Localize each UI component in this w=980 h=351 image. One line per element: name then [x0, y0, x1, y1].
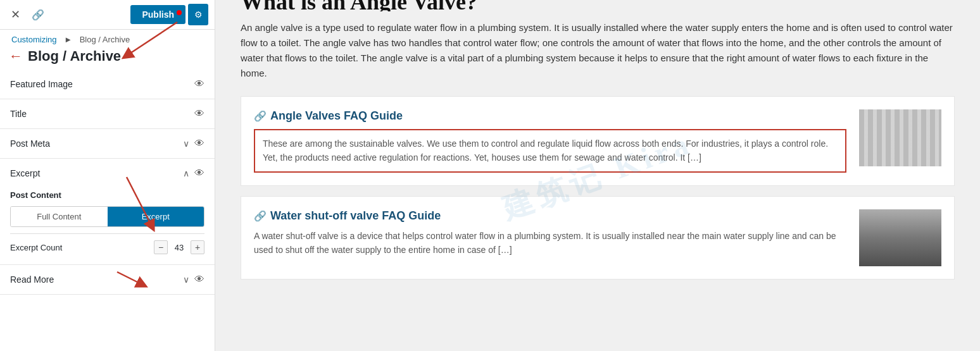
decrement-button[interactable]: − [154, 240, 168, 254]
post-card-1-thumbnail [859, 109, 941, 166]
eye-icon[interactable]: 👁 [194, 168, 204, 179]
chevron-down-icon[interactable]: ∨ [183, 274, 189, 285]
title-controls: 👁 [194, 108, 204, 120]
excerpt-count-label: Excerpt Count [10, 243, 62, 252]
post-content-label: Post Content [10, 190, 204, 200]
featured-image-controls: 👁 [194, 78, 204, 90]
left-panel: ✕ 🔗 Publish ⚙ Customizing ► Blog / Archi… [0, 0, 215, 351]
title-text: Title [10, 109, 27, 119]
blog-archive-link[interactable]: Blog / Archive [80, 35, 130, 44]
excerpt-count-value: 43 [170, 243, 188, 252]
notification-dot [177, 10, 182, 15]
read-more-controls: ∨ 👁 [183, 274, 204, 285]
breadcrumb: Customizing ► Blog / Archive [0, 30, 215, 47]
article-body: An angle valve is a type used to regulat… [241, 20, 955, 81]
post-link-icon: 🔗 [254, 110, 267, 122]
post-card-1: 🔗 Angle Valves FAQ Guide These are among… [241, 96, 955, 186]
gear-icon: ⚙ [194, 9, 203, 20]
featured-image-text: Featured Image [10, 79, 73, 89]
full-content-button[interactable]: Full Content [11, 207, 108, 226]
title-section[interactable]: Title 👁 [0, 99, 215, 129]
post-meta-section[interactable]: Post Meta ∨ 👁 [0, 129, 215, 159]
eye-icon[interactable]: 👁 [194, 108, 204, 120]
post-card-2-excerpt-text: A water shut-off valve is a device that … [254, 231, 836, 255]
factory-image [859, 209, 941, 266]
post-card-1-link[interactable]: Angle Valves FAQ Guide [270, 109, 403, 123]
post-card-2-thumbnail [859, 209, 941, 266]
chevron-down-icon[interactable]: ∨ [183, 139, 189, 149]
increment-button[interactable]: + [191, 240, 204, 254]
excerpt-header[interactable]: Excerpt ∧ 👁 [0, 159, 215, 188]
top-bar-left: ✕ 🔗 [6, 6, 47, 23]
post-card-1-body: 🔗 Angle Valves FAQ Guide These are among… [254, 109, 846, 173]
title-label: Title [10, 109, 27, 119]
excerpt-content: Post Content Full Content Excerpt Excerp… [0, 188, 215, 264]
eye-icon[interactable]: 👁 [194, 78, 204, 90]
eye-icon[interactable]: 👁 [194, 138, 204, 149]
post-meta-text: Post Meta [10, 139, 50, 149]
read-more-label: Read More [10, 274, 54, 285]
post-meta-controls: ∨ 👁 [183, 138, 204, 149]
post-card-2-link[interactable]: Water shut-off valve FAQ Guide [270, 209, 441, 223]
link-button[interactable]: 🔗 [29, 6, 47, 23]
top-bar: ✕ 🔗 Publish ⚙ [0, 0, 215, 30]
post-card-1-title: 🔗 Angle Valves FAQ Guide [254, 109, 846, 123]
chevron-up-icon[interactable]: ∧ [183, 168, 189, 178]
post-link-icon-2: 🔗 [254, 210, 267, 222]
excerpt-button[interactable]: Excerpt [108, 207, 204, 226]
post-content-toggle: Full Content Excerpt [10, 206, 204, 227]
post-card-2-title: 🔗 Water shut-off valve FAQ Guide [254, 209, 846, 223]
excerpt-controls: ∧ 👁 [183, 168, 204, 179]
eye-icon[interactable]: 👁 [194, 274, 204, 285]
post-card-2-body: 🔗 Water shut-off valve FAQ Guide A water… [254, 209, 846, 257]
article-heading-text: What is an Angle Valve? [241, 0, 955, 11]
customizing-link[interactable]: Customizing [11, 35, 57, 44]
featured-image-label: Featured Image [10, 79, 73, 89]
article-body-text: An angle valve is a type used to regulat… [241, 22, 953, 78]
separator [10, 233, 204, 234]
post-card-2-excerpt: A water shut-off valve is a device that … [254, 229, 846, 257]
article-heading-partial: What is an Angle Valve? [241, 0, 955, 11]
back-arrow-icon[interactable]: ← [9, 48, 23, 65]
post-card-2: 🔗 Water shut-off valve FAQ Guide A water… [241, 196, 955, 280]
close-button[interactable]: ✕ [6, 6, 24, 23]
excerpt-label: Excerpt [10, 168, 40, 178]
post-card-1-excerpt: These are among the sustainable valves. … [254, 129, 846, 173]
post-meta-label: Post Meta [10, 139, 50, 149]
close-icon: ✕ [11, 8, 20, 22]
preview-panel: 建筑记 Kira What is an Angle Valve? An angl… [215, 0, 980, 351]
page-title: ← Blog / Archive [0, 47, 215, 70]
settings-button[interactable]: ⚙ [188, 4, 208, 25]
breadcrumb-separator: ► [64, 35, 74, 44]
top-right-actions: Publish ⚙ [130, 4, 208, 25]
read-more-section[interactable]: Read More ∨ 👁 [0, 265, 215, 295]
excerpt-count-row: Excerpt Count − 43 + [10, 240, 204, 254]
post-card-1-excerpt-text: These are among the sustainable valves. … [263, 139, 828, 163]
page-title-text: Blog / Archive [28, 48, 121, 65]
link-icon: 🔗 [32, 9, 44, 21]
excerpt-count-input: − 43 + [154, 240, 204, 254]
read-more-text: Read More [10, 274, 54, 285]
radiator-image [859, 109, 941, 166]
publish-wrap: Publish [130, 5, 185, 24]
featured-image-section[interactable]: Featured Image 👁 [0, 70, 215, 99]
excerpt-section: Excerpt ∧ 👁 Post Content Full Content Ex… [0, 159, 215, 265]
